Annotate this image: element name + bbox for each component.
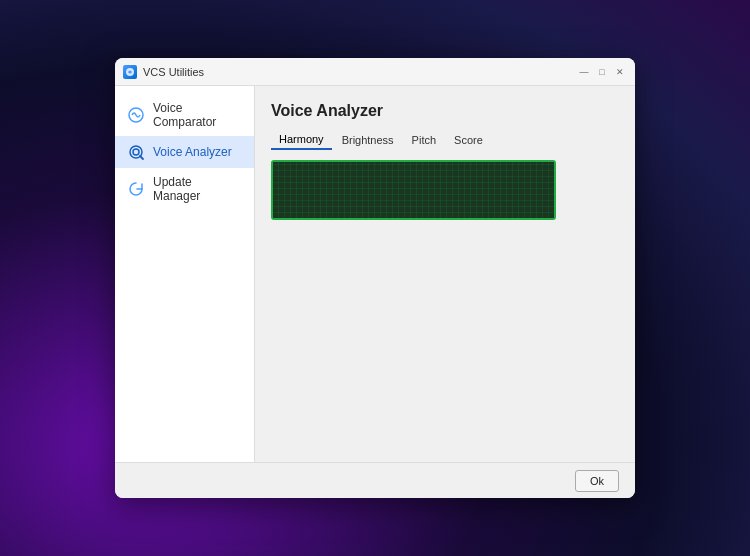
visualizer-display — [271, 160, 556, 220]
sidebar-item-update-manager[interactable]: Update Manager — [115, 168, 254, 210]
footer: Ok — [115, 462, 635, 498]
sidebar: Voice Comparator Voice Analyzer — [115, 86, 255, 462]
window-title: VCS Utilities — [143, 66, 577, 78]
sidebar-label-update-manager: Update Manager — [153, 175, 242, 203]
minimize-button[interactable]: — — [577, 65, 591, 79]
sidebar-item-voice-comparator[interactable]: Voice Comparator — [115, 94, 254, 136]
title-bar: VCS Utilities — □ ✕ — [115, 58, 635, 86]
tab-harmony[interactable]: Harmony — [271, 130, 332, 150]
voice-comparator-icon — [127, 106, 145, 124]
svg-point-3 — [133, 149, 139, 155]
app-icon — [123, 65, 137, 79]
tab-score[interactable]: Score — [446, 130, 491, 150]
window-body: Voice Comparator Voice Analyzer — [115, 86, 635, 462]
sidebar-label-voice-analyzer: Voice Analyzer — [153, 145, 232, 159]
tab-pitch[interactable]: Pitch — [404, 130, 444, 150]
sidebar-label-voice-comparator: Voice Comparator — [153, 101, 242, 129]
main-content: Voice Analyzer Harmony Brightness Pitch … — [255, 86, 635, 462]
close-button[interactable]: ✕ — [613, 65, 627, 79]
page-title: Voice Analyzer — [271, 102, 619, 120]
main-window: VCS Utilities — □ ✕ Voice Comparator — [115, 58, 635, 498]
svg-line-4 — [140, 156, 143, 159]
visualizer-grid — [273, 162, 554, 218]
ok-button[interactable]: Ok — [575, 470, 619, 492]
maximize-button[interactable]: □ — [595, 65, 609, 79]
tab-bar: Harmony Brightness Pitch Score — [271, 130, 619, 150]
sidebar-item-voice-analyzer[interactable]: Voice Analyzer — [115, 136, 254, 168]
voice-analyzer-icon — [127, 143, 145, 161]
tab-brightness[interactable]: Brightness — [334, 130, 402, 150]
update-manager-icon — [127, 180, 145, 198]
window-controls: — □ ✕ — [577, 65, 627, 79]
